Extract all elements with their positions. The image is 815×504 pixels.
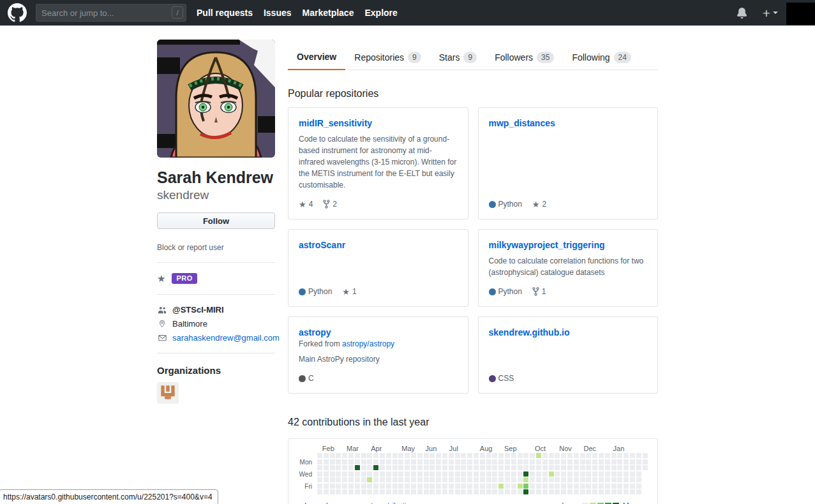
contribution-cell (586, 465, 591, 470)
contribution-cell (498, 453, 504, 458)
vcard-org-handle[interactable]: @STScI-MIRI (172, 305, 224, 315)
contribution-cell (455, 453, 460, 458)
tab-stars[interactable]: Stars9 (430, 46, 486, 70)
star-icon: ★ (342, 288, 350, 296)
contribution-cell (442, 465, 447, 470)
repo-card: midIR_sensitivityCode to calculate the s… (288, 107, 468, 219)
header-right: + (736, 1, 815, 25)
follow-button[interactable]: Follow (157, 212, 275, 229)
header-nav: Pull requestsIssuesMarketplaceExplore (197, 8, 408, 18)
organization-avatar[interactable] (157, 382, 179, 404)
tab-following[interactable]: Following24 (563, 46, 640, 70)
contribution-cell (449, 477, 454, 482)
contribution-cell (393, 471, 398, 477)
contribution-cell (486, 477, 491, 482)
repo-link[interactable]: midIR_sensitivity (299, 118, 458, 128)
repo-link[interactable]: astroScanr (299, 240, 458, 250)
notifications-bell-icon[interactable] (736, 8, 747, 19)
day-label: Mon (300, 459, 312, 466)
create-new-button[interactable]: + (763, 6, 778, 20)
contribution-cell (518, 477, 523, 482)
contribution-cell (599, 459, 604, 464)
tab-repositories[interactable]: Repositories9 (345, 46, 430, 70)
contribution-cell (536, 484, 541, 489)
nav-marketplace[interactable]: Marketplace (303, 8, 354, 18)
github-logo-icon[interactable] (8, 3, 27, 22)
vcard-location: Baltimore (157, 319, 275, 329)
repo-card: astroScanrPython★1 (288, 229, 468, 307)
contribution-cell (536, 477, 541, 482)
language-name: Python (308, 287, 332, 296)
contribution-cell (561, 465, 566, 470)
contribution-cell (430, 459, 435, 464)
forked-from-link[interactable]: astropy/astropy (342, 339, 394, 348)
contribution-cell (442, 489, 447, 494)
tab-overview[interactable]: Overview (288, 46, 345, 70)
contribution-cell (492, 489, 497, 494)
repo-link[interactable]: skendrew.github.io (489, 327, 648, 337)
search-input[interactable] (36, 4, 186, 22)
repo-forks[interactable]: 1 (532, 287, 546, 296)
contribution-cell (549, 465, 554, 470)
repo-meta: CSS (489, 365, 648, 383)
vcard-email-link[interactable]: sarahaskendrew@gmail.com (172, 333, 280, 343)
language-dot-icon (489, 288, 496, 295)
repo-stars[interactable]: ★1 (342, 287, 356, 296)
contribution-cell (430, 471, 435, 477)
contribution-cell (574, 471, 579, 477)
nav-issues[interactable]: Issues (264, 8, 292, 18)
contribution-cell (605, 484, 610, 489)
contribution-month-labels: FebMarAprMayJunJulAugSepOctNovDecJan (317, 445, 652, 452)
contribution-cell (530, 489, 535, 494)
contribution-cell (367, 484, 372, 489)
contribution-cell (549, 459, 554, 464)
block-report-link[interactable]: Block or report user (157, 243, 275, 252)
contribution-cell (393, 465, 398, 470)
contribution-cell (617, 489, 622, 494)
contribution-cell (574, 484, 579, 489)
contribution-cell (342, 465, 347, 470)
contribution-cell (324, 477, 329, 482)
user-menu-avatar[interactable] (786, 3, 815, 25)
legend-more-label: More (623, 501, 640, 504)
repo-stars[interactable]: ★2 (532, 200, 546, 209)
contribution-cell (492, 465, 497, 470)
contribution-cell (355, 465, 360, 470)
contribution-cell (330, 489, 335, 494)
nav-pull-requests[interactable]: Pull requests (197, 8, 253, 18)
contribution-cell (336, 471, 341, 477)
repo-link[interactable]: astropy (299, 327, 458, 337)
language-dot-icon (489, 201, 496, 208)
contribution-cell (523, 484, 528, 489)
contribution-cell (330, 477, 335, 482)
contribution-cell (530, 477, 535, 482)
contribution-cell (498, 465, 504, 470)
contribution-cell (467, 459, 472, 464)
repo-meta: Python★2 (489, 191, 648, 209)
profile-avatar[interactable] (157, 40, 275, 158)
learn-contributions-link[interactable]: Learn how we count contributions. (304, 501, 421, 504)
contribution-cell (511, 477, 516, 482)
contribution-cell (549, 471, 554, 477)
contribution-cell (398, 484, 403, 489)
repo-link[interactable]: milkywayproject_triggering (489, 240, 648, 250)
contribution-cell (386, 484, 391, 489)
contribution-cell (530, 459, 535, 464)
contribution-cell (492, 484, 497, 489)
contribution-cell (411, 477, 416, 482)
contribution-cell (643, 465, 648, 470)
contribution-cell (324, 465, 329, 470)
tab-followers[interactable]: Followers35 (486, 46, 563, 70)
repo-card: mwp_distancesPython★2 (478, 107, 659, 219)
repo-link[interactable]: mwp_distances (489, 118, 648, 128)
language-name: C (308, 374, 314, 383)
repo-forks[interactable]: 2 (323, 200, 337, 209)
repo-stars[interactable]: ★4 (299, 200, 313, 209)
contribution-cell (474, 477, 479, 482)
contribution-cell (605, 465, 610, 470)
contribution-cell (555, 465, 560, 470)
contribution-cell (567, 453, 572, 458)
contribution-graph: FebMarAprMayJunJulAugSepOctNovDecJan Mon… (288, 438, 658, 504)
nav-explore[interactable]: Explore (364, 8, 397, 18)
month-label: Sep (504, 445, 517, 452)
